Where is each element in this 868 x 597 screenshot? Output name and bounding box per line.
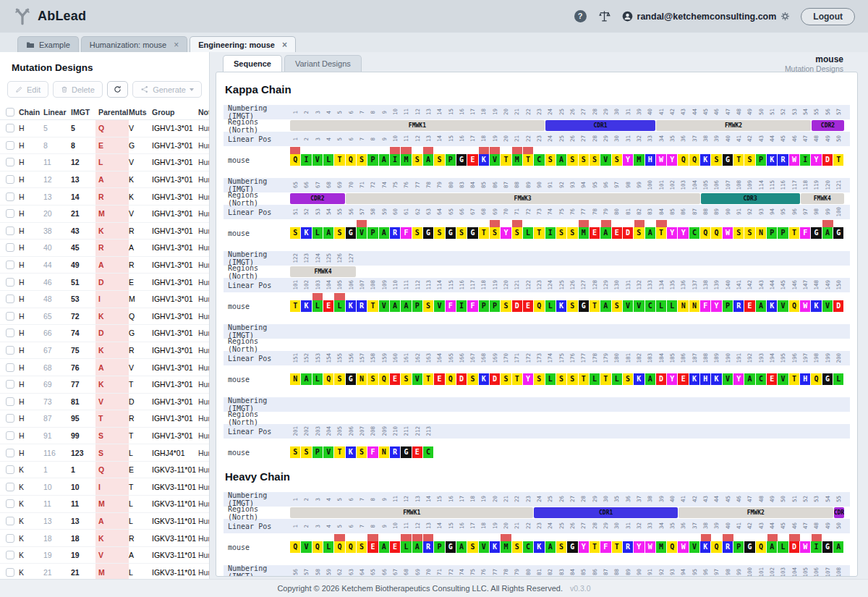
table-row[interactable]: H7381VDIGHV1-3*01Hum <box>0 394 209 411</box>
residue-cell[interactable]: L <box>523 227 534 239</box>
residue-cell[interactable]: S <box>579 154 590 166</box>
residue-cell[interactable]: G <box>456 154 467 166</box>
residue-cell[interactable]: C <box>423 446 434 458</box>
residue-cell[interactable]: P <box>412 300 423 312</box>
residue-cell[interactable]: A <box>744 373 755 385</box>
residue-cell[interactable]: M <box>634 154 644 166</box>
residue-cell[interactable]: L <box>612 373 623 385</box>
residue-cell[interactable]: Q <box>811 373 822 385</box>
residue-cell[interactable]: T <box>833 154 844 166</box>
workspace-tab-0[interactable]: Example <box>17 36 79 52</box>
row-checkbox[interactable] <box>6 414 14 423</box>
residue-cell[interactable]: P <box>756 154 767 166</box>
residue-cell[interactable]: Y <box>634 541 644 553</box>
residue-cell[interactable]: N <box>290 373 301 385</box>
residue-cell[interactable]: R <box>357 300 367 312</box>
residue-cell[interactable]: V <box>434 300 445 312</box>
residue-cell[interactable]: E <box>467 154 478 166</box>
residue-cell[interactable]: Q <box>312 541 323 553</box>
residue-cell[interactable]: A <box>833 541 844 553</box>
residue-cell[interactable]: E <box>678 373 689 385</box>
table-row[interactable]: H2021MVIGHV1-3*01Hum <box>0 206 209 223</box>
residue-cell[interactable]: Q <box>290 154 301 166</box>
residue-cell[interactable]: Y <box>667 154 678 166</box>
residue-cell[interactable]: A <box>390 300 401 312</box>
residue-cell[interactable]: S <box>623 373 634 385</box>
row-checkbox[interactable] <box>6 141 14 150</box>
residue-cell[interactable]: D <box>623 227 634 239</box>
residue-cell[interactable]: F <box>446 300 456 312</box>
residue-cell[interactable]: A <box>645 227 656 239</box>
residue-cell[interactable]: S <box>711 154 722 166</box>
residue-cell[interactable]: A <box>545 541 556 553</box>
residue-cell[interactable]: P <box>767 227 778 239</box>
residue-cell[interactable]: V <box>357 227 367 239</box>
residue-cell[interactable]: W <box>678 541 689 553</box>
residue-cell[interactable]: G <box>822 541 833 553</box>
residue-cell[interactable]: Q <box>334 541 345 553</box>
residue-cell[interactable]: C <box>645 300 656 312</box>
residue-cell[interactable]: T <box>334 446 345 458</box>
table-row[interactable]: H116123SLIGHJ4*01Hum <box>0 444 209 462</box>
residue-cell[interactable]: T <box>534 227 545 239</box>
residue-cell[interactable]: D <box>822 154 833 166</box>
residue-cell[interactable]: S <box>590 154 600 166</box>
residue-cell[interactable]: P <box>312 446 323 458</box>
row-checkbox[interactable] <box>6 261 14 269</box>
residue-cell[interactable]: R <box>778 154 788 166</box>
residue-cell[interactable]: K <box>556 300 567 312</box>
row-checkbox[interactable] <box>6 397 14 406</box>
residue-cell[interactable]: P <box>367 154 378 166</box>
residue-cell[interactable]: H <box>800 373 811 385</box>
residue-cell[interactable]: I <box>456 300 467 312</box>
table-row[interactable]: K1313ALIGKV3-11*01Hum <box>0 513 209 530</box>
residue-cell[interactable]: Q <box>711 541 722 553</box>
scale-icon[interactable] <box>597 9 611 23</box>
residue-cell[interactable]: L <box>667 300 678 312</box>
residue-cell[interactable]: Q <box>446 373 456 385</box>
residue-cell[interactable]: W <box>656 154 667 166</box>
residue-cell[interactable]: S <box>412 227 423 239</box>
residue-cell[interactable]: P <box>778 227 788 239</box>
gear-icon[interactable] <box>780 12 790 21</box>
close-icon[interactable]: × <box>174 38 179 52</box>
residue-cell[interactable]: K <box>767 154 778 166</box>
residue-cell[interactable]: L <box>323 154 334 166</box>
residue-cell[interactable]: W <box>645 541 656 553</box>
residue-cell[interactable]: S <box>634 227 644 239</box>
residue-cell[interactable]: S <box>512 541 523 553</box>
table-row[interactable]: K11QEIGKV3-11*01Hum <box>0 462 209 479</box>
residue-cell[interactable]: M <box>656 541 667 553</box>
residue-cell[interactable]: N <box>379 446 390 458</box>
residue-cell[interactable]: S <box>334 227 345 239</box>
residue-cell[interactable]: F <box>367 446 378 458</box>
residue-cell[interactable]: A <box>600 227 611 239</box>
residue-cell[interactable]: L <box>656 300 667 312</box>
residue-cell[interactable]: S <box>367 373 378 385</box>
residue-cell[interactable]: A <box>822 227 833 239</box>
row-checkbox[interactable] <box>6 295 14 303</box>
residue-cell[interactable]: T <box>290 300 301 312</box>
row-checkbox[interactable] <box>6 431 14 440</box>
residue-cell[interactable]: S <box>334 373 345 385</box>
row-checkbox[interactable] <box>6 329 14 337</box>
residue-cell[interactable]: G <box>579 300 590 312</box>
residue-cell[interactable]: G <box>822 373 833 385</box>
residue-cell[interactable]: T <box>733 154 744 166</box>
residue-cell[interactable]: Y <box>667 227 678 239</box>
table-row[interactable]: H4449ARIGHV1-3*01Hum <box>0 257 209 274</box>
residue-cell[interactable]: T <box>656 227 667 239</box>
residue-cell[interactable]: E <box>767 373 778 385</box>
residue-cell[interactable]: P <box>434 541 445 553</box>
table-row[interactable]: H6775KRIGHV1-3*01Hum <box>0 342 209 360</box>
residue-cell[interactable]: Q <box>346 154 357 166</box>
residue-cell[interactable]: D <box>512 300 523 312</box>
residue-cell[interactable]: M <box>579 227 590 239</box>
residue-cell[interactable]: V <box>312 154 323 166</box>
residue-cell[interactable]: T <box>512 373 523 385</box>
residue-cell[interactable]: A <box>379 154 390 166</box>
select-all-checkbox[interactable] <box>6 108 14 117</box>
residue-cell[interactable]: L <box>778 541 788 553</box>
residue-cell[interactable]: T <box>423 373 434 385</box>
table-row[interactable]: H55QVIGHV1-3*01Hum <box>0 120 209 137</box>
